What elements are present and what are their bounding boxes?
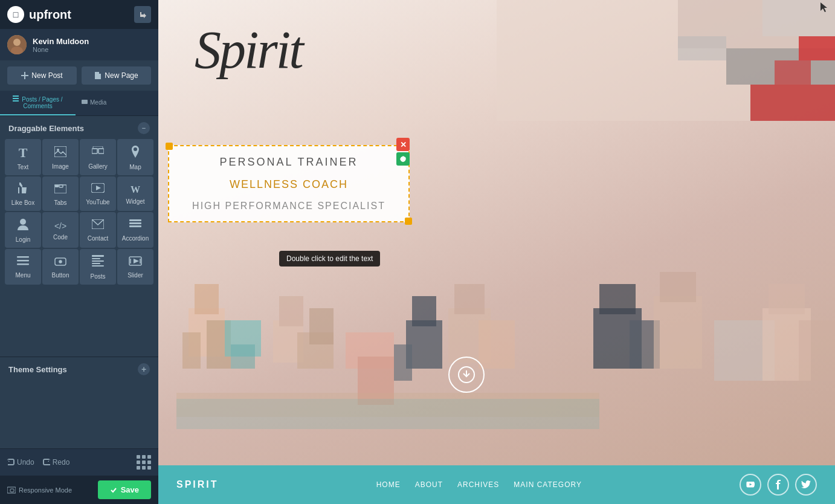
svg-rect-47 [799, 36, 835, 60]
tab-media-label: Media [90, 99, 106, 106]
brand-icon: □ [7, 6, 24, 23]
svg-rect-66 [479, 320, 515, 369]
footer-nav-about[interactable]: ABOUT [415, 480, 443, 489]
draggable-section-title: Draggable Elements [8, 124, 84, 133]
element-map[interactable]: Map [117, 139, 153, 175]
svg-marker-19 [96, 186, 101, 190]
element-controls: ✕ [396, 138, 410, 166]
element-image-label: Image [52, 163, 69, 170]
tab-media[interactable]: Media [76, 91, 158, 115]
svg-rect-25 [17, 256, 29, 258]
theme-settings-title: Theme Settings [8, 365, 67, 374]
accordion-icon [129, 219, 141, 232]
svg-rect-65 [454, 284, 485, 314]
footer-nav: HOME ABOUT ARCHIVES MAIN CATEGORY [376, 480, 582, 489]
svg-rect-22 [129, 219, 141, 221]
new-post-button[interactable]: New Post [7, 66, 77, 85]
element-code[interactable]: </> Code [42, 212, 79, 248]
element-youtube-label: YouTube [86, 199, 109, 205]
new-page-button[interactable]: New Page [82, 66, 151, 85]
element-likebox[interactable]: Like Box [5, 176, 41, 211]
element-tabs-label: Tabs [54, 199, 66, 206]
element-contact[interactable]: Contact [80, 212, 116, 248]
responsive-mode-label: Responsive Mode [19, 486, 72, 494]
youtube-icon [91, 183, 105, 196]
element-text[interactable]: T Text [5, 139, 41, 175]
avatar [7, 35, 27, 54]
svg-rect-33 [92, 263, 100, 264]
svg-rect-13 [98, 149, 104, 153]
responsive-mode-button[interactable]: Responsive Mode [7, 486, 72, 494]
svg-marker-80 [820, 2, 827, 12]
save-bar: Responsive Mode Save [0, 476, 158, 504]
svg-rect-51 [182, 332, 201, 369]
element-image[interactable]: Image [42, 139, 79, 175]
draggable-section-header: Draggable Elements − [0, 116, 158, 139]
svg-rect-5 [13, 95, 19, 97]
element-widget[interactable]: W Widget [117, 176, 153, 211]
theme-settings-toggle[interactable]: + [138, 363, 150, 375]
element-button[interactable]: Button [42, 249, 79, 285]
tabs-icon [54, 183, 66, 196]
cursor-indicator [820, 2, 833, 15]
element-slider[interactable]: Slider [117, 249, 153, 285]
preview-area: Spirit [158, 0, 835, 504]
social-youtube-button[interactable] [740, 474, 761, 496]
button-icon [54, 256, 66, 269]
element-code-label: Code [53, 234, 68, 241]
edit-tooltip: Double click to edit the text [279, 251, 380, 267]
brand-name: upfront [29, 8, 71, 22]
user-info: Kevin Muldoon None [33, 37, 89, 53]
svg-marker-36 [134, 259, 139, 263]
svg-rect-4 [21, 75, 28, 76]
social-twitter-button[interactable] [795, 474, 817, 496]
redo-label: Redo [53, 458, 70, 467]
contact-icon [92, 219, 104, 232]
element-youtube[interactable]: YouTube [80, 176, 116, 211]
element-settings-button[interactable] [396, 152, 410, 166]
spirit-logo: Spirit [195, 18, 302, 80]
grid-view-button[interactable] [137, 455, 151, 470]
draggable-text-element[interactable]: ✕ PERSONAL TRAINER WELLNESS COACH HIGH P… [168, 145, 410, 222]
redo-button[interactable]: Redo [43, 458, 70, 467]
footer-nav-home[interactable]: HOME [376, 480, 401, 489]
element-gallery[interactable]: Gallery [80, 139, 116, 175]
svg-rect-77 [799, 320, 835, 381]
element-menu[interactable]: Menu [5, 249, 41, 285]
element-accordion[interactable]: Accordion [117, 212, 153, 248]
svg-rect-44 [750, 85, 835, 121]
svg-rect-31 [92, 258, 100, 259]
main-preview: Spirit [158, 0, 835, 504]
svg-rect-54 [231, 344, 255, 369]
theme-settings-header: Theme Settings + [0, 357, 158, 381]
user-name: Kevin Muldoon [33, 37, 89, 46]
exit-button[interactable] [134, 6, 151, 23]
svg-rect-16 [55, 185, 59, 187]
text-line-3: HIGH PERFORMANCE SPECIALIST [181, 201, 396, 212]
footer-social [740, 474, 817, 496]
svg-rect-73 [660, 272, 696, 302]
element-login[interactable]: Login [5, 212, 41, 248]
text-line-1: PERSONAL TRAINER [181, 156, 396, 169]
element-tabs[interactable]: Tabs [42, 176, 79, 211]
element-close-button[interactable]: ✕ [396, 138, 410, 151]
section-toggle[interactable]: − [138, 122, 150, 134]
svg-rect-46 [775, 60, 811, 85]
social-facebook-button[interactable] [767, 474, 789, 496]
gallery-icon [92, 146, 104, 160]
element-slider-label: Slider [127, 272, 143, 279]
save-button[interactable]: Save [98, 480, 151, 499]
element-text-label: Text [18, 164, 28, 170]
download-scroll-button[interactable] [448, 357, 485, 393]
svg-rect-23 [129, 222, 141, 224]
footer-nav-main-category[interactable]: MAIN CATEGORY [514, 480, 582, 489]
map-icon [130, 146, 141, 161]
tab-posts-pages-comments[interactable]: Posts / Pages / Comments [0, 91, 76, 115]
undo-button[interactable]: Undo [7, 458, 34, 467]
svg-rect-26 [17, 260, 29, 262]
footer-nav-archives[interactable]: ARCHIVES [457, 480, 499, 489]
posts-icon [92, 255, 104, 270]
element-posts[interactable]: Posts [80, 249, 116, 285]
element-widget-label: Widget [126, 198, 144, 205]
code-icon: </> [54, 221, 66, 231]
